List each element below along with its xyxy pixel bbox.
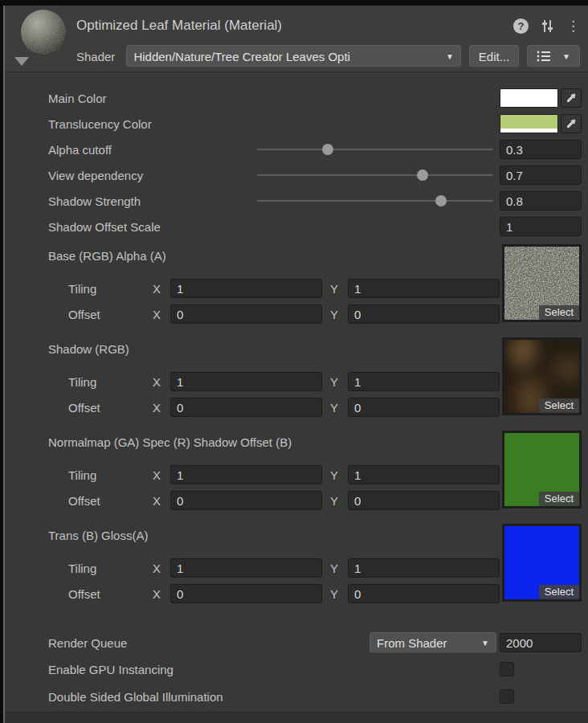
offset-x-field[interactable]: 0 <box>170 398 322 417</box>
shadow-texture-label: Shadow (RGB) <box>5 337 500 362</box>
translucency-color-row: Translucency Color <box>5 111 588 137</box>
material-preview-sphere[interactable] <box>21 10 66 55</box>
tiling-y-field[interactable]: 1 <box>348 279 500 298</box>
tiling-row: Tiling X 1 Y 1 <box>5 371 500 392</box>
select-texture-button[interactable]: Select <box>539 492 579 506</box>
double-sided-gi-row: Double Sided Global Illumination <box>5 683 588 710</box>
offset-y-field[interactable]: 0 <box>348 304 500 324</box>
offset-x-field[interactable]: 0 <box>170 304 322 324</box>
trans-gloss-texture-label: Trans (B) Gloss(A) <box>5 524 500 548</box>
base-texture-thumbnail[interactable]: Select <box>502 244 582 322</box>
material-inspector-panel: Optimized Leaf Material (Material) ? ⋮ S… <box>3 6 588 723</box>
slider-track[interactable] <box>257 200 493 202</box>
alpha-cutoff-value[interactable]: 0.3 <box>500 140 582 159</box>
view-dependency-label: View dependency <box>48 169 257 182</box>
edit-shader-button[interactable]: Edit... <box>469 45 519 67</box>
render-queue-label: Render Queue <box>48 636 370 650</box>
slider-handle[interactable] <box>417 170 428 181</box>
presets-icon[interactable] <box>540 18 555 34</box>
view-dependency-value[interactable]: 0.7 <box>500 165 582 185</box>
offset-x-field[interactable]: 0 <box>170 584 322 603</box>
tiling-y-field[interactable]: 1 <box>348 465 500 484</box>
shadow-strength-value[interactable]: 0.8 <box>500 191 582 210</box>
normalmap-texture-thumbnail[interactable]: Select <box>502 431 582 509</box>
alpha-cutoff-row: Alpha cutoff 0.3 <box>5 137 588 162</box>
double-sided-gi-label: Double Sided Global Illumination <box>48 690 500 704</box>
offset-y-field[interactable]: 0 <box>348 491 500 510</box>
render-queue-value[interactable]: 2000 <box>500 633 582 652</box>
tiling-x-field[interactable]: 1 <box>170 372 322 391</box>
shadow-offset-scale-value[interactable]: 1 <box>500 217 582 236</box>
alpha-strip <box>500 103 557 107</box>
unity-inspector-window: Optimized Leaf Material (Material) ? ⋮ S… <box>0 0 588 723</box>
shadow-texture-thumbnail[interactable]: Select <box>502 337 582 415</box>
tiling-row: Tiling X 1 Y 1 <box>5 278 500 299</box>
slider-track[interactable] <box>257 149 493 150</box>
trans-gloss-texture-section: Trans (B) Gloss(A) Tiling X 1 Y 1 Offset… <box>5 524 588 604</box>
gpu-instancing-checkbox[interactable] <box>500 662 514 676</box>
tiling-row: Tiling X 1 Y 1 <box>5 558 500 578</box>
foldout-arrow-icon[interactable] <box>14 57 29 66</box>
double-sided-gi-checkbox[interactable] <box>500 689 514 704</box>
shader-menu-button[interactable]: ▼ <box>527 45 580 67</box>
main-color-label: Main Color <box>48 92 500 105</box>
offset-y-field[interactable]: 0 <box>348 584 500 603</box>
alpha-cutoff-slider[interactable] <box>257 137 493 162</box>
offset-row: Offset X 0 Y 0 <box>5 397 500 418</box>
panel-bottom-strip <box>5 712 588 723</box>
shader-row: Shader Hidden/Nature/Tree Creator Leaves… <box>76 45 580 67</box>
slider-handle[interactable] <box>322 144 333 155</box>
translucency-color-label: Translucency Color <box>48 117 500 131</box>
tiling-row: Tiling X 1 Y 1 <box>5 464 500 485</box>
shadow-strength-slider[interactable] <box>257 188 493 214</box>
offset-x-field[interactable]: 0 <box>170 491 322 510</box>
offset-row: Offset X 0 Y 0 <box>5 304 500 325</box>
eyedropper-icon[interactable] <box>561 114 582 133</box>
shadow-offset-scale-label: Shadow Offset Scale <box>48 220 500 234</box>
help-icon[interactable]: ? <box>513 18 529 34</box>
chevron-down-icon: ▼ <box>562 52 570 61</box>
shadow-strength-row: Shadow Strength 0.8 <box>5 188 588 214</box>
gpu-instancing-row: Enable GPU Instancing <box>5 656 588 683</box>
view-dependency-slider[interactable] <box>257 162 493 188</box>
main-color-swatch[interactable] <box>500 88 558 108</box>
material-title: Optimized Leaf Material (Material) <box>76 18 282 34</box>
tiling-y-field[interactable]: 1 <box>348 558 500 578</box>
render-queue-row: Render Queue From Shader ▼ 2000 <box>5 630 588 656</box>
offset-row: Offset X 0 Y 0 <box>5 583 500 604</box>
alpha-strip <box>500 129 557 133</box>
tiling-x-field[interactable]: 1 <box>170 558 322 578</box>
inspector-header: Optimized Leaf Material (Material) ? ⋮ S… <box>5 6 588 72</box>
offset-row: Offset X 0 Y 0 <box>5 490 500 511</box>
shader-dropdown[interactable]: Hidden/Nature/Tree Creator Leaves Opti ▼ <box>126 45 461 67</box>
translucency-color-swatch[interactable] <box>500 114 558 133</box>
view-dependency-row: View dependency 0.7 <box>5 162 588 188</box>
offset-y-field[interactable]: 0 <box>348 398 500 417</box>
normalmap-texture-label: Normalmap (GA) Spec (R) Shadow Offset (B… <box>5 431 500 455</box>
select-texture-button[interactable]: Select <box>539 398 579 413</box>
select-texture-button[interactable]: Select <box>539 585 579 599</box>
alpha-cutoff-label: Alpha cutoff <box>48 143 257 157</box>
shader-label: Shader <box>76 50 115 63</box>
gpu-instancing-label: Enable GPU Instancing <box>48 663 500 676</box>
chevron-down-icon: ▼ <box>446 52 454 61</box>
trans-gloss-texture-thumbnail[interactable]: Select <box>502 524 582 602</box>
tiling-y-field[interactable]: 1 <box>348 372 500 391</box>
tiling-x-field[interactable]: 1 <box>170 279 322 298</box>
tiling-x-field[interactable]: 1 <box>170 465 322 484</box>
slider-track[interactable] <box>257 174 493 176</box>
shadow-texture-section: Shadow (RGB) Tiling X 1 Y 1 Offset X 0 Y… <box>5 337 588 418</box>
shadow-offset-scale-row: Shadow Offset Scale 1 <box>5 214 588 239</box>
list-icon <box>537 50 551 63</box>
base-texture-section: Base (RGB) Alpha (A) Tiling X 1 Y 1 Offs… <box>5 244 588 325</box>
main-color-row: Main Color <box>5 85 588 111</box>
base-texture-label: Base (RGB) Alpha (A) <box>5 244 500 268</box>
shadow-strength-label: Shadow Strength <box>48 194 257 208</box>
eyedropper-icon[interactable] <box>561 88 582 108</box>
chevron-down-icon: ▼ <box>481 639 489 647</box>
render-queue-dropdown[interactable]: From Shader ▼ <box>370 632 496 653</box>
select-texture-button[interactable]: Select <box>539 305 579 320</box>
slider-handle[interactable] <box>435 195 447 206</box>
kebab-menu-icon[interactable]: ⋮ <box>566 18 580 34</box>
normalmap-texture-section: Normalmap (GA) Spec (R) Shadow Offset (B… <box>5 431 588 511</box>
